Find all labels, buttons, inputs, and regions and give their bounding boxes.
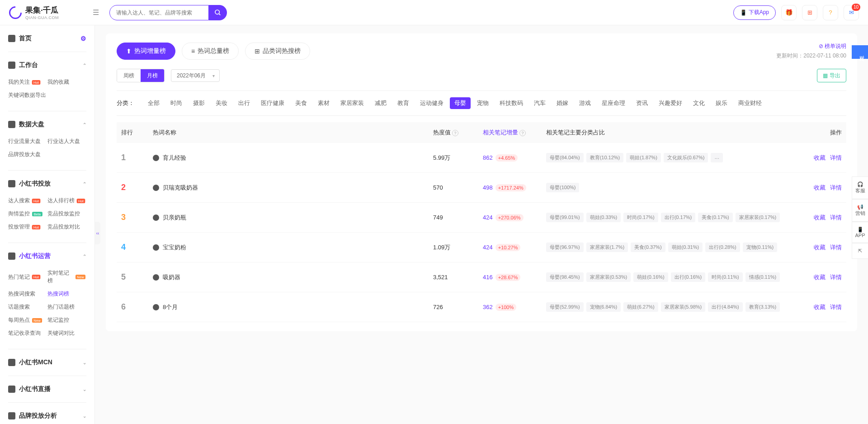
rail-top[interactable]: ⇱ bbox=[852, 243, 868, 259]
category-item[interactable]: 减肥 bbox=[370, 97, 391, 109]
help-button[interactable]: ? bbox=[823, 5, 838, 20]
nav-link[interactable]: 品牌投放大盘 bbox=[8, 148, 47, 161]
category-item[interactable]: 医疗健康 bbox=[256, 97, 289, 109]
nav-link[interactable]: 达人搜索Hot bbox=[8, 194, 47, 207]
rail-compare[interactable]: 对比 bbox=[852, 45, 868, 59]
nav-home[interactable]: 首页⚙ bbox=[0, 30, 94, 47]
nav-link[interactable]: 行业流量大盘 bbox=[8, 135, 47, 148]
nav-section-title[interactable]: 小红书投放⌃ bbox=[0, 175, 94, 192]
ranking-help-link[interactable]: ⊘ 榜单说明 bbox=[776, 43, 846, 50]
download-app-button[interactable]: 📱 下载App bbox=[733, 5, 776, 20]
nav-section-title[interactable]: 数据大盘⌃ bbox=[0, 116, 94, 133]
cell-rank: 6 bbox=[121, 302, 153, 312]
help-icon[interactable]: ? bbox=[519, 130, 526, 136]
category-item[interactable]: 出行 bbox=[234, 97, 255, 109]
detail-link[interactable]: 详情 bbox=[830, 303, 842, 311]
nav-link[interactable]: 关键词对比 bbox=[47, 327, 87, 340]
period-segment: 周榜月榜 bbox=[117, 69, 165, 82]
fav-link[interactable]: 收藏 bbox=[814, 273, 826, 281]
category-item[interactable]: 时尚 bbox=[166, 97, 187, 109]
period-btn[interactable]: 月榜 bbox=[141, 69, 164, 82]
nav-section-title[interactable]: 小红书MCN⌄ bbox=[0, 354, 94, 371]
category-item[interactable]: 娱乐 bbox=[711, 97, 732, 109]
category-item[interactable]: 运动健身 bbox=[415, 97, 448, 109]
category-item[interactable]: 家居家装 bbox=[336, 97, 368, 109]
category-item[interactable]: 摄影 bbox=[189, 97, 209, 109]
fav-link[interactable]: 收藏 bbox=[814, 243, 826, 252]
gear-icon[interactable]: ⚙ bbox=[80, 35, 86, 42]
th-notes[interactable]: 相关笔记增量? bbox=[483, 129, 546, 137]
cell-notes: 424+270.06% bbox=[483, 214, 546, 221]
category-item[interactable]: 资讯 bbox=[632, 97, 652, 109]
detail-link[interactable]: 详情 bbox=[830, 273, 842, 281]
nav-link[interactable]: 热门话题榜 bbox=[47, 300, 87, 314]
nav-link[interactable]: 竞品投放监控 bbox=[47, 207, 87, 220]
rail-marketing[interactable]: 📢营销 bbox=[852, 199, 868, 222]
nav-section-title[interactable]: 小红书直播⌄ bbox=[0, 381, 94, 398]
fav-link[interactable]: 收藏 bbox=[814, 303, 826, 311]
notifications-button[interactable]: ✉ 10 bbox=[844, 5, 859, 20]
nav-link[interactable]: 行业达人大盘 bbox=[47, 135, 87, 148]
export-button[interactable]: ▦ 导出 bbox=[817, 69, 846, 82]
main-tab[interactable]: ⬆ 热词增量榜 bbox=[117, 43, 175, 60]
main-tab[interactable]: ≡ 热词总量榜 bbox=[182, 43, 239, 60]
rail-service[interactable]: 🎧客服 bbox=[852, 176, 868, 199]
category-item[interactable]: 宠物 bbox=[472, 97, 493, 109]
nav-link[interactable]: 我的关注Hot bbox=[8, 76, 47, 89]
detail-link[interactable]: 详情 bbox=[830, 154, 842, 162]
nav-link[interactable]: 话题搜索 bbox=[8, 300, 47, 314]
sidebar-toggle-icon[interactable]: ☰ bbox=[90, 7, 101, 18]
category-item[interactable]: 教育 bbox=[393, 97, 414, 109]
help-icon[interactable]: ? bbox=[452, 130, 458, 136]
main-tab[interactable]: ⊞ 品类词热搜榜 bbox=[245, 43, 310, 60]
nav-link[interactable]: 热搜词榜 bbox=[47, 287, 87, 300]
nav-link[interactable]: 笔记收录查询 bbox=[8, 327, 47, 340]
nav-link[interactable]: 我的收藏 bbox=[47, 76, 87, 89]
category-item[interactable]: 汽车 bbox=[529, 97, 550, 109]
nav-section-title[interactable]: 小红书运营⌃ bbox=[0, 248, 94, 265]
category-item[interactable]: 商业财经 bbox=[734, 97, 766, 109]
nav-link[interactable]: 笔记监控 bbox=[47, 314, 87, 327]
category-item[interactable]: 素材 bbox=[313, 97, 334, 109]
period-btn[interactable]: 周榜 bbox=[117, 69, 141, 82]
chevron-icon: ⌄ bbox=[83, 387, 86, 392]
nav-link[interactable]: 热搜词搜索 bbox=[8, 287, 47, 300]
category-tag: 母婴(52.99%) bbox=[546, 302, 584, 312]
search-button[interactable] bbox=[209, 5, 227, 20]
nav-section-title[interactable]: 工作台⌃ bbox=[0, 57, 94, 74]
gift-button[interactable]: 🎁 bbox=[781, 5, 797, 20]
rail-app[interactable]: 📱APP bbox=[852, 222, 868, 243]
nav-link[interactable]: 热门笔记Hot bbox=[8, 267, 47, 287]
category-tag: 萌娃(6.27%) bbox=[623, 302, 658, 312]
category-item[interactable]: 星座命理 bbox=[597, 97, 630, 109]
category-item[interactable]: 游戏 bbox=[575, 97, 595, 109]
category-item[interactable]: 美妆 bbox=[211, 97, 232, 109]
fav-link[interactable]: 收藏 bbox=[814, 214, 826, 222]
apps-button[interactable]: ⊞ bbox=[802, 5, 817, 20]
logo[interactable]: 果集·千瓜 QIAN-GUA.COM bbox=[9, 5, 90, 20]
category-item[interactable]: 科技数码 bbox=[495, 97, 528, 109]
category-item[interactable]: 美食 bbox=[291, 97, 311, 109]
detail-link[interactable]: 详情 bbox=[830, 184, 842, 192]
date-select[interactable]: 2022年06月 bbox=[171, 69, 220, 82]
sidebar-collapse-handle[interactable]: ‹‹ bbox=[95, 222, 100, 244]
nav-link[interactable]: 实时笔记榜New bbox=[47, 267, 87, 287]
nav-link[interactable]: 每周热点New bbox=[8, 314, 47, 327]
nav-link[interactable]: 关键词数据导出 bbox=[8, 89, 47, 102]
nav-link[interactable]: 竞品投放对比 bbox=[47, 220, 87, 233]
category-item[interactable]: 母婴 bbox=[450, 97, 471, 109]
detail-link[interactable]: 详情 bbox=[830, 243, 842, 252]
nav-link[interactable]: 投放管理Hot bbox=[8, 220, 47, 233]
search-input[interactable] bbox=[109, 5, 209, 20]
category-item[interactable]: 文化 bbox=[689, 97, 709, 109]
fav-link[interactable]: 收藏 bbox=[814, 184, 826, 192]
category-item[interactable]: 婚嫁 bbox=[552, 97, 573, 109]
detail-link[interactable]: 详情 bbox=[830, 214, 842, 222]
fav-link[interactable]: 收藏 bbox=[814, 154, 826, 162]
nav-link[interactable]: 达人排行榜Hot bbox=[47, 194, 87, 207]
th-rank: 排行 bbox=[121, 129, 153, 137]
category-item[interactable]: 全部 bbox=[143, 97, 164, 109]
category-item[interactable]: 兴趣爱好 bbox=[654, 97, 687, 109]
nav-section-title[interactable]: 品牌投放分析⌄ bbox=[0, 407, 94, 424]
nav-link[interactable]: 舆情监控Beta bbox=[8, 207, 47, 220]
